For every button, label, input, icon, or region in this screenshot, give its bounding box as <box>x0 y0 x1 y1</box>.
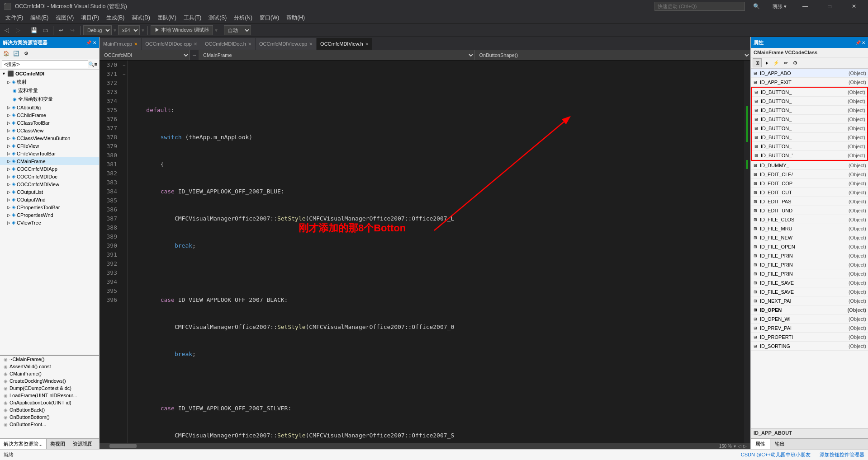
menu-tools[interactable]: 工具(T) <box>180 13 205 23</box>
save-btn[interactable]: 💾 <box>29 25 39 35</box>
prop-item-file-prin2[interactable]: ⊞ ID_FILE_PRIN (Object) <box>751 260 868 269</box>
prop-item-file-prin3[interactable]: ⊞ ID_FILE_PRIN (Object) <box>751 269 868 278</box>
code-editor[interactable]: 370 371 372 373 374 375 376 377 378 379 … <box>100 61 750 443</box>
prop-item-edit-pas[interactable]: ⊞ ID_EDIT_PAS (Object) <box>751 197 868 206</box>
sol-settings-btn[interactable]: ⚙ <box>22 49 31 58</box>
prop-item-edit-cle[interactable]: ⊞ ID_EDIT_CLE/ (Object) <box>751 170 868 179</box>
menu-view[interactable]: 视图(V) <box>52 13 77 23</box>
tree-item[interactable]: ▷ ◈ 映射 <box>0 78 99 86</box>
method-item[interactable]: ◉OnButtonBack() <box>0 406 99 413</box>
run-btn[interactable]: ▶ 本地 Windows 调试器 <box>151 25 213 35</box>
menu-help[interactable]: 帮助(H) <box>283 13 308 23</box>
scroll-left-btn[interactable]: ◁ <box>738 444 741 449</box>
prop-item-button3[interactable]: ⊞ ID_BUTTON_ (Object) <box>752 106 867 115</box>
tab-output[interactable]: 输出 <box>770 439 789 449</box>
tab-mdidoch[interactable]: OCCmfcMDIDoc.h✕ <box>201 38 256 50</box>
menu-build[interactable]: 生成(B) <box>103 13 128 23</box>
props-event-btn[interactable]: ⚡ <box>772 58 781 67</box>
sol-sync-btn[interactable]: 🔄 <box>12 49 21 58</box>
config-dropdown[interactable]: Debug <box>83 25 112 35</box>
platform-dropdown[interactable]: x64 <box>118 25 140 35</box>
prop-item-id-open[interactable]: ⊞ ID_OPEN (Object) <box>751 305 868 314</box>
menu-team[interactable]: 团队(M) <box>154 13 180 23</box>
prop-item-app-about[interactable]: ⊞ ID_APP_ABO (Object) <box>751 69 868 78</box>
prop-item-file-open[interactable]: ⊞ ID_FILE_OPEN (Object) <box>751 242 868 251</box>
prop-item-id-open-wi[interactable]: ⊞ ID_OPEN_WI (Object) <box>751 314 868 324</box>
prop-item-properti[interactable]: ⊞ ID_PROPERTI (Object) <box>751 333 868 342</box>
prop-item-button5[interactable]: ⊞ ID_BUTTON_ (Object) <box>752 124 867 133</box>
scroll-right-btn[interactable]: ▷ <box>743 444 747 449</box>
sol-search-btn[interactable]: 🔍 <box>88 61 95 67</box>
prop-item-app-exit[interactable]: ⊞ ID_APP_EXIT (Object) <box>751 78 868 87</box>
nav-method-dropdown[interactable]: OnButtonShape() <box>475 50 751 60</box>
method-item[interactable]: ◉LoadFrame(UINT nIDResour... <box>0 392 99 399</box>
method-item[interactable]: ◉Dump(CDumpContext & dc) <box>0 385 99 392</box>
minimize-btn[interactable]: — <box>795 0 816 13</box>
undo-btn[interactable]: ↩ <box>56 25 66 35</box>
sol-options-btn[interactable]: ≡ <box>95 61 97 67</box>
prop-item-file-mru[interactable]: ⊞ ID_FILE_MRU (Object) <box>751 224 868 233</box>
menu-edit[interactable]: 编辑(E) <box>27 13 52 23</box>
tab-mdiview[interactable]: OCCmfcMDIView.cpp✕ <box>256 38 317 50</box>
tree-item[interactable]: ▷ ◈ CFileView <box>0 142 99 150</box>
tree-item[interactable]: ▷ ◈ COCCmfcMDIApp <box>0 165 99 173</box>
panel-pin-btn[interactable]: 📌 <box>86 40 91 45</box>
tree-item[interactable]: ▷ ◈ CClassView <box>0 127 99 134</box>
tab-mdidoc[interactable]: OCCmfcMDIDoc.cpp✕ <box>142 38 201 50</box>
h-scrollbar[interactable]: 150 %▾ ◁ ▷ <box>100 443 750 449</box>
tree-item[interactable]: ▷ ◈ CAboutDlg <box>0 103 99 111</box>
close-btn[interactable]: ✕ <box>844 0 864 13</box>
props-edit-btn[interactable]: ✏ <box>781 58 790 67</box>
prop-item-button7[interactable]: ⊞ ID_BUTTON_ (Object) <box>752 142 867 151</box>
back-btn[interactable]: ◁ <box>2 25 12 35</box>
tree-item[interactable]: ▷ ◈ COCCmfcMDIDoc <box>0 173 99 180</box>
tree-item[interactable]: ◉ 全局函数和变量 <box>0 95 99 103</box>
tree-item[interactable]: ▷ ◈ COutputList <box>0 188 99 196</box>
prop-item-prev-pan[interactable]: ⊞ ID_PREV_PAI (Object) <box>751 324 868 333</box>
tree-item[interactable]: ▷ ◈ CPropertiesWnd <box>0 211 99 219</box>
props-panel-pin-btn[interactable]: 📌 <box>855 40 861 45</box>
tab-properties[interactable]: 属性 <box>751 439 770 449</box>
tree-item[interactable]: ▷ ◈ CClassViewMenuButton <box>0 134 99 142</box>
method-item[interactable]: ◉AssertValid() const <box>0 363 99 370</box>
tree-item[interactable]: ▷ ◈ CFileViewToolBar <box>0 150 99 157</box>
panel-close-btn[interactable]: ✕ <box>93 40 96 45</box>
prop-item-button1[interactable]: ⊞ ID_BUTTON_ (Object) <box>752 88 867 97</box>
prop-item-button4[interactable]: ⊞ ID_BUTTON_ (Object) <box>752 115 867 124</box>
tree-item[interactable]: ◉ 宏和常量 <box>0 86 99 95</box>
menu-window[interactable]: 窗口(W) <box>256 13 283 23</box>
props-settings-btn[interactable]: ⚙ <box>791 58 800 67</box>
props-grid-btn[interactable]: ⊞ <box>753 58 762 67</box>
prop-item-button8[interactable]: ⊞ ID_BUTTON_' (Object) <box>752 151 867 160</box>
nav-class-dropdown[interactable]: CMainFrame <box>199 50 475 60</box>
menu-test[interactable]: 测试(S) <box>205 13 230 23</box>
maximize-btn[interactable]: □ <box>819 0 840 13</box>
tree-item[interactable]: ▷ ◈ CViewTree <box>0 219 99 226</box>
method-item[interactable]: ◉OnButtonBottom() <box>0 413 99 421</box>
prop-item-file-new[interactable]: ⊞ ID_FILE_NEW (Object) <box>751 233 868 242</box>
method-item[interactable]: ◉~CMainFrame() <box>0 356 99 363</box>
tab-mainfrm[interactable]: MainFrm.cpp✕ <box>100 38 142 50</box>
prop-item-sorting[interactable]: ⊞ ID_SORTING (Object) <box>751 342 868 351</box>
prop-item-next-pan[interactable]: ⊞ ID_NEXT_PAI (Object) <box>751 296 868 305</box>
code-content[interactable]: default: switch (theApp.m_nAppLook) { ca… <box>128 61 744 443</box>
vertical-scroll[interactable] <box>744 61 750 443</box>
menu-analyze[interactable]: 分析(N) <box>230 13 256 23</box>
save-all-btn[interactable]: 🗃 <box>40 25 50 35</box>
nav-file-dropdown[interactable]: OCCmfcMDI <box>100 50 190 60</box>
menu-file[interactable]: 文件(F) <box>2 13 27 23</box>
prop-item-edit-und[interactable]: ⊞ ID_EDIT_UND (Object) <box>751 206 868 215</box>
prop-item-dummy[interactable]: ⊞ ID_DUMMY_ (Object) <box>751 161 868 170</box>
prop-item-edit-cop[interactable]: ⊞ ID_EDIT_COP (Object) <box>751 179 868 188</box>
prop-item-file-save2[interactable]: ⊞ ID_FILE_SAVE (Object) <box>751 287 868 296</box>
sol-home-btn[interactable]: 🏠 <box>2 49 11 58</box>
menu-project[interactable]: 项目(P) <box>77 13 103 23</box>
method-item[interactable]: ◉OnApplicationLook(UINT id) <box>0 399 99 406</box>
tree-item[interactable]: ▷ ◈ CChildFrame <box>0 111 99 119</box>
tree-item[interactable]: ▷ ◈ CMainFrame <box>0 157 99 165</box>
props-sort-btn[interactable]: ♦ <box>762 58 771 67</box>
prop-item-file-prin1[interactable]: ⊞ ID_FILE_PRIN (Object) <box>751 251 868 260</box>
prop-item-button6[interactable]: ⊞ ID_BUTTON_ (Object) <box>752 133 867 142</box>
tree-item[interactable]: ▷ ◈ COutputWnd <box>0 196 99 203</box>
tree-item[interactable]: ▷ ◈ CClassToolBar <box>0 119 99 127</box>
